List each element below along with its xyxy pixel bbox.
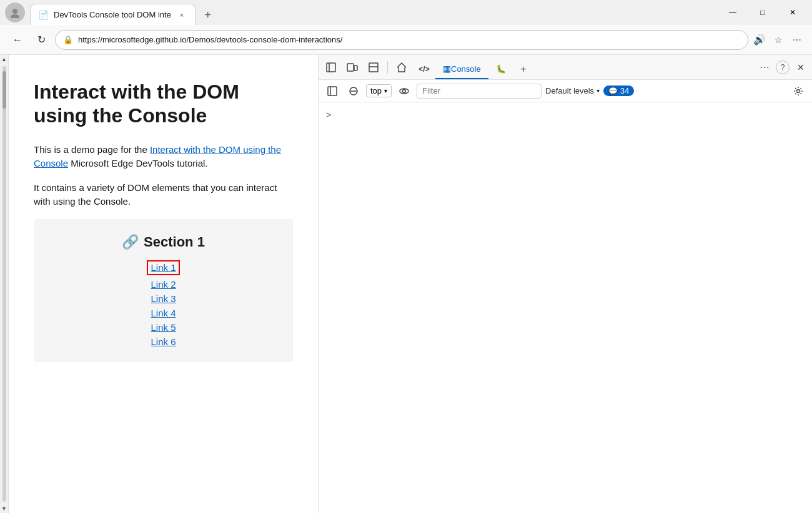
svg-point-14: [797, 89, 800, 92]
filter-input[interactable]: [417, 84, 542, 99]
toggle-panel-button[interactable]: [364, 57, 384, 77]
back-button[interactable]: ←: [7, 30, 27, 50]
favorites-icon[interactable]: ☆: [771, 32, 786, 47]
message-count-badge: 💬 34: [603, 86, 634, 96]
svg-rect-6: [369, 63, 378, 72]
section-1-label: Section 1: [144, 234, 205, 250]
source-code-button[interactable]: </>: [413, 59, 435, 79]
address-bar[interactable]: 🔒 https://microsoftedge.github.io/Demos/…: [55, 30, 748, 50]
context-dropdown-arrow: ▾: [384, 87, 387, 94]
webpage-scrollbar[interactable]: ▲ ▼: [0, 55, 9, 513]
link-4[interactable]: Link 4: [151, 308, 176, 318]
url-text: https://microsoftedge.github.io/Demos/de…: [78, 35, 740, 44]
prompt-chevron[interactable]: >: [326, 110, 331, 120]
toolbar-separator: [387, 61, 388, 74]
console-tab-icon: ▦: [443, 64, 451, 74]
window-controls: — □ ✕: [718, 2, 807, 22]
more-options-icon[interactable]: ⋯: [790, 32, 805, 47]
svg-point-13: [403, 89, 406, 92]
scroll-track[interactable]: [2, 66, 6, 502]
default-levels-label: Default levels: [545, 86, 594, 95]
page-heading: Interact with the DOM using the Console: [34, 80, 293, 128]
scroll-down-button[interactable]: ▼: [0, 504, 9, 513]
count-icon: 💬: [608, 87, 618, 95]
section-1-title: 🔗 Section 1: [122, 234, 205, 250]
para1: This is a demo page for the Interact wit…: [34, 143, 293, 171]
devtools-panel: </> ▦ Console 🐛 + ⋯ ? ✕: [319, 55, 812, 513]
tab-title: DevTools Console tool DOM inte: [54, 10, 171, 19]
section-1-box: 🔗 Section 1 Link 1 Link 2 Link 3 Link 4 …: [34, 219, 293, 362]
svg-point-1: [11, 14, 19, 18]
maximize-button[interactable]: □: [748, 2, 777, 22]
add-tool-button[interactable]: +: [513, 59, 533, 79]
console-output: >: [319, 102, 812, 513]
help-button[interactable]: ?: [776, 61, 790, 74]
inspect-element-button[interactable]: [321, 57, 341, 77]
tab-bar: 📄 DevTools Console tool DOM inte × +: [30, 0, 716, 25]
svg-rect-5: [354, 66, 357, 71]
minimize-button[interactable]: —: [718, 2, 747, 22]
browser-window: 📄 DevTools Console tool DOM inte × + — □…: [0, 0, 812, 513]
svg-point-0: [12, 9, 17, 14]
tab-page-icon: 📄: [38, 10, 49, 20]
show-sidebar-button[interactable]: [324, 82, 341, 100]
message-count: 34: [620, 86, 629, 95]
link-icon: 🔗: [122, 234, 139, 250]
console-settings-button[interactable]: [790, 82, 807, 100]
context-label: top: [370, 86, 382, 95]
context-selector[interactable]: top ▾: [366, 84, 392, 97]
scroll-thumb[interactable]: [2, 71, 6, 109]
tab-close-button[interactable]: ×: [176, 9, 187, 21]
bugs-tab[interactable]: 🐛: [488, 59, 513, 79]
titlebar: 📄 DevTools Console tool DOM inte × + — □…: [0, 0, 812, 25]
console-tab-label: Console: [451, 64, 481, 74]
address-actions: 🔊 ☆ ⋯: [752, 32, 805, 47]
eye-button[interactable]: [395, 82, 413, 100]
read-aloud-icon[interactable]: 🔊: [752, 32, 767, 47]
scroll-up-button[interactable]: ▲: [0, 55, 9, 64]
para1-suffix: Microsoft Edge DevTools tutorial.: [68, 158, 207, 169]
close-button[interactable]: ✕: [778, 2, 807, 22]
svg-rect-2: [327, 63, 335, 72]
main-area: ▲ ▼ Interact with the DOM using the Cons…: [0, 55, 812, 513]
bug-icon: 🐛: [496, 64, 506, 74]
link-5[interactable]: Link 5: [151, 322, 176, 333]
svg-rect-4: [347, 64, 354, 71]
console-toolbar: top ▾ Default levels ▾ 💬 34: [319, 80, 812, 102]
default-levels-selector[interactable]: Default levels ▾: [545, 86, 600, 95]
lock-icon: 🔒: [63, 35, 73, 44]
para2: It contains a variety of DOM elements th…: [34, 181, 293, 209]
console-tab[interactable]: ▦ Console: [435, 59, 488, 79]
devtools-right-actions: ⋯ ? ✕: [756, 59, 810, 76]
link-2[interactable]: Link 2: [151, 279, 176, 290]
home-button[interactable]: [392, 57, 412, 77]
clear-console-button[interactable]: [345, 82, 362, 100]
console-prompt-row: >: [326, 107, 805, 122]
navbar: ← ↻ 🔒 https://microsoftedge.github.io/De…: [0, 25, 812, 55]
devtools-close-button[interactable]: ✕: [792, 59, 810, 76]
new-tab-button[interactable]: +: [198, 5, 218, 25]
link-6[interactable]: Link 6: [151, 336, 176, 347]
webpage-panel: ▲ ▼ Interact with the DOM using the Cons…: [0, 55, 319, 513]
link-1[interactable]: Link 1: [151, 262, 176, 273]
default-levels-arrow: ▾: [597, 87, 600, 94]
svg-rect-8: [328, 87, 337, 95]
webpage-content: Interact with the DOM using the Console …: [9, 55, 319, 513]
refresh-button[interactable]: ↻: [31, 30, 51, 50]
device-emulation-button[interactable]: [342, 57, 362, 77]
section-1-links: Link 1 Link 2 Link 3 Link 4 Link 5 Link …: [147, 260, 179, 347]
link-3[interactable]: Link 3: [151, 293, 176, 304]
devtools-toolbar: </> ▦ Console 🐛 + ⋯ ? ✕: [319, 55, 812, 80]
active-tab[interactable]: 📄 DevTools Console tool DOM inte ×: [30, 4, 196, 25]
more-tools-button[interactable]: ⋯: [756, 59, 773, 76]
link-1-highlighted: Link 1: [147, 260, 179, 275]
devtools-tabs: </> ▦ Console 🐛 +: [413, 55, 533, 79]
user-avatar: [5, 2, 25, 22]
para1-prefix: This is a demo page for the: [34, 144, 150, 155]
